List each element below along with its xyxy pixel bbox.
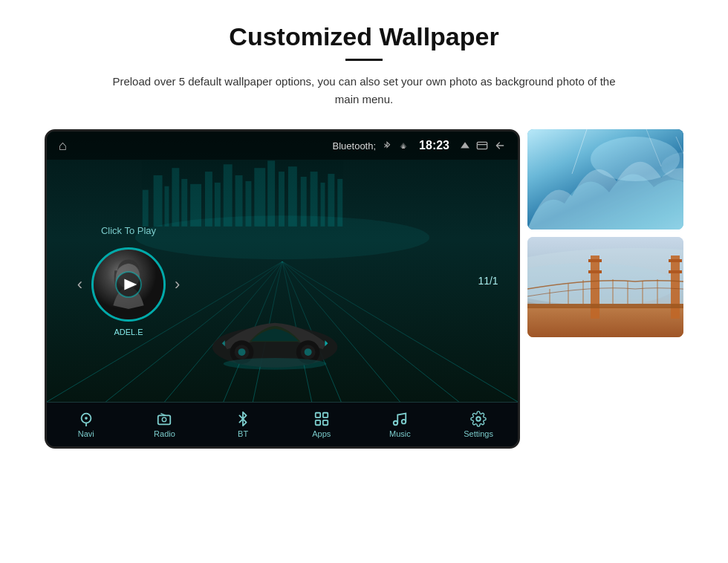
- window-icon: [476, 141, 488, 150]
- nav-item-navi[interactable]: Navi: [60, 411, 112, 438]
- svg-rect-88: [527, 307, 683, 337]
- wallpaper-thumb-ice[interactable]: [527, 129, 683, 230]
- signal-icon: [398, 140, 409, 151]
- svg-rect-69: [158, 415, 171, 424]
- apps-label: Apps: [312, 429, 331, 438]
- bridge-svg: [527, 237, 683, 337]
- nav-item-settings[interactable]: Settings: [452, 411, 504, 438]
- album-art-image: [94, 247, 163, 322]
- bt-label: BT: [238, 429, 248, 438]
- svg-point-60: [224, 358, 327, 370]
- title-divider: [345, 59, 383, 61]
- navi-label: Navi: [78, 429, 94, 438]
- page-title: Customized Wallpaper: [229, 22, 498, 51]
- nav-item-music[interactable]: Music: [374, 411, 426, 438]
- prev-track-button[interactable]: ‹: [77, 275, 82, 294]
- home-icon[interactable]: ⌂: [59, 138, 67, 154]
- status-icons: Bluetooth; 18:23: [333, 139, 506, 152]
- settings-label: Settings: [464, 429, 493, 438]
- svg-point-70: [163, 417, 167, 422]
- svg-rect-94: [669, 270, 682, 273]
- svg-rect-92: [588, 270, 602, 273]
- svg-point-78: [476, 417, 481, 421]
- svg-rect-3: [477, 142, 487, 149]
- svg-rect-91: [588, 259, 602, 262]
- bluetooth-status-icon: [382, 140, 392, 151]
- svg-point-59: [305, 348, 312, 356]
- ice-cave-svg: [527, 129, 683, 230]
- date-display: 11/1: [478, 275, 498, 287]
- svg-rect-73: [323, 413, 328, 417]
- svg-rect-74: [316, 420, 320, 425]
- svg-rect-75: [323, 420, 328, 425]
- bt-icon: [235, 411, 251, 427]
- next-track-button[interactable]: ›: [175, 275, 180, 294]
- album-container: ‹: [77, 247, 181, 322]
- svg-rect-72: [316, 413, 320, 417]
- up-arrow-icon: [460, 140, 470, 151]
- svg-rect-93: [669, 259, 682, 262]
- album-art[interactable]: [91, 247, 166, 322]
- car-screen: ⌂ Bluetooth; 18:23: [45, 129, 520, 449]
- content-area: ⌂ Bluetooth; 18:23: [45, 129, 683, 449]
- bottom-nav: Navi Radio BT: [47, 402, 518, 446]
- svg-rect-89: [591, 256, 599, 319]
- nav-item-apps[interactable]: Apps: [296, 411, 348, 438]
- page-description: Preload over 5 default wallpaper options…: [111, 73, 617, 108]
- bridge-image: [527, 237, 683, 337]
- radio-label: Radio: [154, 429, 175, 438]
- right-info: 11/1: [458, 160, 518, 402]
- status-time: 18:23: [419, 139, 449, 152]
- svg-point-56: [238, 348, 246, 356]
- navi-icon: [78, 411, 94, 427]
- wallpaper-thumb-bridge[interactable]: [527, 237, 683, 337]
- svg-point-76: [394, 421, 398, 426]
- wallpaper-thumbnails: [527, 129, 683, 337]
- svg-rect-90: [671, 256, 680, 319]
- status-bar: ⌂ Bluetooth; 18:23: [47, 131, 518, 160]
- music-player: Click To Play ‹: [47, 160, 210, 402]
- svg-rect-95: [527, 304, 683, 308]
- bluetooth-icon: Bluetooth;: [333, 140, 377, 152]
- music-label: Music: [389, 429, 411, 438]
- settings-icon: [470, 411, 487, 427]
- svg-point-77: [402, 420, 406, 424]
- apps-icon: [313, 411, 330, 427]
- album-name: ADEL.E: [114, 328, 143, 336]
- radio-icon: [156, 411, 172, 427]
- ice-cave-image: [527, 129, 683, 230]
- music-icon: [391, 411, 408, 427]
- back-icon: [494, 140, 506, 151]
- svg-point-67: [85, 417, 88, 420]
- nav-item-radio[interactable]: Radio: [138, 411, 190, 438]
- nav-item-bt[interactable]: BT: [217, 411, 269, 438]
- click-to-play-label: Click To Play: [101, 225, 156, 236]
